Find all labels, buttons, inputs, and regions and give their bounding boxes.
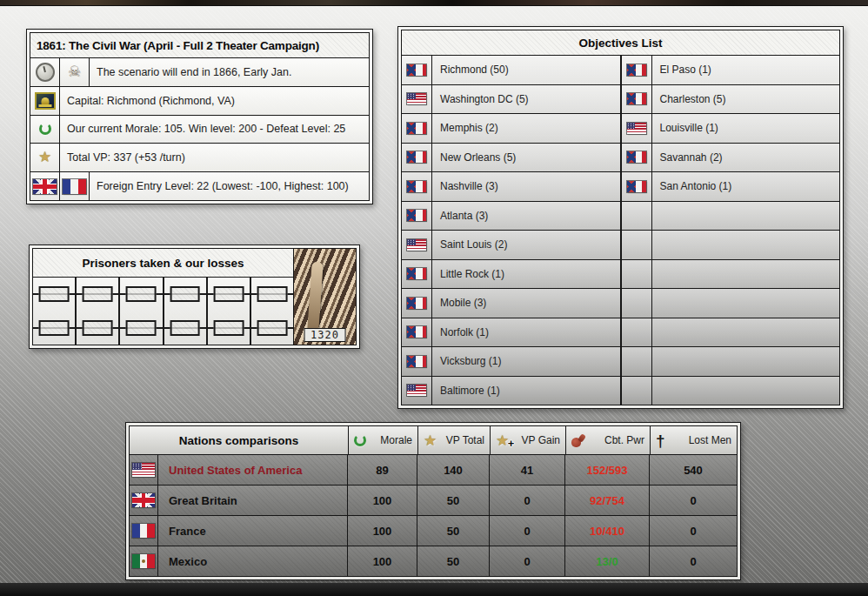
objective-row[interactable]: Washington DC (5)Charleston (5): [402, 84, 839, 114]
losses-grid-cell: [77, 311, 118, 345]
objective-label: [652, 318, 840, 347]
nation-flag-cell: [130, 546, 158, 576]
nation-morale: 89: [348, 455, 417, 485]
scenario-row-text: Our current Morale: 105. Win level: 200 …: [60, 116, 369, 144]
losses-grid-column: [206, 278, 250, 345]
csa-flag-icon: [407, 181, 426, 192]
usa-flag-icon: [407, 93, 426, 104]
losses-grid-cell: [77, 278, 118, 311]
csa-flag-icon: [627, 151, 646, 163]
skull-icon: [68, 63, 81, 81]
column-header-label: Cbt. Pwr: [604, 434, 644, 446]
objectives-rows: Richmond (50)El Paso (1)Washington DC (5…: [402, 56, 839, 405]
losses-value-box: [213, 320, 244, 336]
objective-label: [652, 377, 840, 405]
gb-flag-icon: [33, 179, 57, 194]
nation-flag-cell: [130, 486, 158, 515]
scenario-title: 1861: The Civil War (April - Full 2 Thea…: [30, 33, 369, 58]
scenario-row: The scenario will end in 1866, Early Jan…: [30, 58, 369, 86]
losses-grid: [33, 278, 293, 345]
capitol-icon: [35, 92, 56, 110]
nation-name: France: [158, 516, 348, 546]
nation-vp-total: 50: [417, 546, 490, 576]
objective-row[interactable]: Memphis (2)Louisville (1): [402, 113, 839, 143]
objective-label: Baltimore (1): [432, 377, 622, 405]
nations-table-body: United States of America8914041152/59354…: [130, 454, 737, 576]
objective-flag-cell: [622, 56, 652, 84]
objective-row[interactable]: Norfolk (1): [402, 318, 839, 347]
nation-vp-gain: 41: [490, 455, 565, 485]
top-photo-strip: [0, 0, 868, 6]
objectives-title: Objectives List: [402, 30, 839, 56]
csa-flag-icon: [407, 326, 426, 338]
losses-grid-cell: [251, 278, 293, 311]
losses-grid-cell: [33, 278, 75, 311]
objective-flag-cell: [402, 172, 432, 201]
objective-flag-cell: [622, 377, 652, 405]
scenario-row: Capital: Richmond (Richmond, VA): [30, 86, 369, 115]
csa-flag-icon: [407, 210, 426, 221]
objective-label: Vicksburg (1): [432, 347, 622, 376]
scenario-icon-cell: [30, 58, 60, 86]
bottom-bar: [0, 583, 868, 596]
objective-flag-cell: [622, 114, 652, 143]
objective-row[interactable]: Vicksburg (1): [402, 346, 839, 376]
objective-flag-cell: [402, 260, 432, 289]
nation-cbt-pwr: 92/754: [565, 486, 650, 515]
objective-flag-cell: [402, 114, 432, 143]
objective-flag-cell: [622, 231, 652, 259]
objective-row[interactable]: Nashville (3)San Antonio (1): [402, 171, 839, 201]
csa-flag-icon: [407, 64, 426, 76]
column-header-label: Morale: [380, 434, 412, 446]
objective-label: Richmond (50): [432, 56, 622, 84]
losses-value-box: [83, 320, 113, 336]
losses-grid-cell: [164, 311, 206, 345]
nation-cbt-pwr: 10/410: [565, 516, 650, 546]
losses-count: 1320: [304, 328, 346, 342]
nations-comparison-panel: Nations comparisons MoraleVP TotalVP Gai…: [125, 422, 741, 580]
objective-label: San Antonio (1): [652, 172, 840, 201]
nation-morale: 100: [348, 516, 417, 546]
nation-flag-cell: [130, 455, 158, 485]
nation-row: France10050010/4100: [130, 515, 737, 546]
prisoners-losses-panel: Prisoners taken & our losses 1320: [29, 244, 360, 349]
objective-row[interactable]: New Orleans (5)Savannah (2): [402, 143, 839, 172]
objective-row[interactable]: Richmond (50)El Paso (1): [402, 56, 839, 84]
objective-row[interactable]: Baltimore (1): [402, 376, 839, 405]
scenario-icon-cell: [60, 172, 90, 200]
nation-cbt-pwr: 13/0: [565, 546, 650, 576]
scenario-row: Foreign Entry Level: 22 (Lowest: -100, H…: [30, 171, 369, 200]
objective-flag-cell: [622, 260, 652, 289]
nation-row: Great Britain10050092/7540: [130, 485, 737, 515]
usa-flag-icon: [407, 385, 426, 396]
objective-row[interactable]: Saint Louis (2): [402, 230, 839, 259]
column-header-label: VP Total: [446, 434, 484, 446]
objective-label: [652, 231, 840, 259]
objective-row[interactable]: Atlanta (3): [402, 201, 839, 231]
losses-grid-column: [163, 278, 206, 345]
nations-table-header: Nations comparisons MoraleVP TotalVP Gai…: [130, 426, 737, 454]
objective-flag-cell: [402, 56, 432, 84]
scenario-row-text: The scenario will end in 1866, Early Jan…: [90, 58, 369, 86]
losses-value-box: [126, 286, 157, 302]
laurel-icon: [354, 434, 366, 446]
losses-value-box: [39, 286, 70, 302]
nation-name: Great Britain: [158, 486, 348, 515]
csa-flag-icon: [407, 123, 426, 134]
losses-grid-column: [33, 278, 75, 345]
losses-grid-cell: [120, 278, 162, 311]
scenario-icon-cell: [30, 116, 60, 144]
nation-name: Mexico: [158, 546, 348, 576]
losses-grid-column: [118, 278, 162, 345]
objective-label: [652, 202, 840, 231]
losses-grid-cell: [120, 311, 162, 345]
scenario-rows: The scenario will end in 1866, Early Jan…: [30, 58, 369, 200]
objective-flag-cell: [402, 144, 432, 172]
objective-label: [652, 347, 840, 376]
objective-row[interactable]: Little Rock (1): [402, 259, 839, 289]
nation-lost-men: 0: [650, 516, 737, 546]
nation-row: United States of America8914041152/59354…: [130, 454, 737, 485]
losses-value-box: [83, 286, 113, 302]
objective-row[interactable]: Mobile (3): [402, 288, 839, 318]
objectives-panel: Objectives List Richmond (50)El Paso (1)…: [397, 26, 844, 409]
